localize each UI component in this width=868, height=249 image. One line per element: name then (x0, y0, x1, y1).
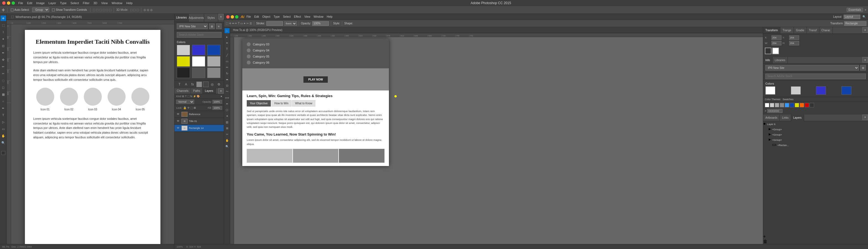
ai-props-tab-gradie[interactable]: Gradie (794, 27, 807, 33)
tl-close[interactable] (2, 1, 5, 5)
ai-props-tab-charac[interactable]: Charac (819, 27, 833, 33)
ai-sw-1[interactable] (770, 103, 774, 107)
lib-tool-type[interactable]: T (177, 82, 182, 87)
ps-traffic-lights[interactable] (2, 1, 15, 5)
lib-color-box-1[interactable] (196, 82, 202, 87)
ai-props-tab-trange[interactable]: Trange (780, 27, 794, 33)
ai-sw-0[interactable] (765, 103, 769, 107)
aall-add-layer[interactable]: + (763, 234, 868, 239)
ai-tool-hand[interactable]: ✋ (225, 138, 229, 143)
menu-help[interactable]: Help (126, 1, 133, 5)
menu-type[interactable]: Type (60, 1, 67, 5)
ps-tool-type[interactable]: T (1, 112, 6, 118)
ai-menu-view[interactable]: View (304, 15, 310, 18)
ai-tool-scale[interactable]: ⊡ (225, 83, 229, 88)
ai-menu-type[interactable]: Type (274, 15, 280, 18)
ai-sw-2[interactable] (775, 103, 779, 107)
ai-menu-select[interactable]: Select (283, 15, 291, 18)
ai-tool-eyedrop[interactable]: ✒ (225, 101, 229, 106)
ai-tl-minimize[interactable] (231, 15, 234, 19)
ps-tool-crop[interactable]: ⊡ (1, 43, 6, 49)
ai-swatch-2[interactable] (816, 86, 826, 95)
ai-traffic-lights[interactable] (226, 15, 239, 19)
ai-info-tab-info[interactable]: Info (763, 57, 773, 63)
ps-tool-eyedropper[interactable]: ✒ (1, 50, 6, 56)
ai-rectangle-input[interactable] (844, 21, 866, 26)
ai-sw-5[interactable] (790, 103, 794, 107)
ai-layout-input[interactable] (844, 15, 860, 19)
ai-tl-close[interactable] (226, 15, 229, 19)
ai-search-icon[interactable]: 🔍 (863, 15, 866, 18)
ai-tool-type[interactable]: T (225, 46, 229, 52)
aall-vis-g2[interactable]: ▸ (769, 132, 771, 136)
ps-canvas[interactable]: Elementum Imperdiet Taciti Nibh Convalli… (11, 24, 174, 244)
ai-preview-tab-objective[interactable]: Your Objective (247, 100, 271, 106)
layer-vis-rect14[interactable]: 👁 (176, 126, 180, 129)
aall-vis-g1[interactable]: ▸ (769, 126, 771, 131)
ai-sw-7[interactable] (800, 103, 804, 107)
ps-tool-zoom[interactable]: 🔍 (1, 140, 6, 146)
menu-select[interactable]: Select (70, 1, 79, 5)
ai-lib-search-input[interactable] (765, 73, 866, 79)
ai-menu-file[interactable]: File (246, 15, 251, 18)
ps-tool-shape[interactable]: ▭ (1, 126, 6, 132)
ps-transform-check[interactable] (52, 8, 55, 11)
lib-name-dropdown[interactable]: IPR New Site (177, 24, 208, 29)
ps-tool-brush[interactable]: ✏ (1, 64, 6, 69)
aall-menu-btn[interactable]: ≡ (863, 115, 868, 120)
layers-opacity-input[interactable] (212, 100, 222, 104)
ai-props-tab-transform[interactable]: Transform (763, 27, 780, 33)
ps-tool-magic-wand[interactable]: ✦ (1, 36, 6, 42)
ps-tool-hand[interactable]: ✋ (1, 133, 6, 138)
ai-info-menu-btn[interactable]: ≡ (863, 57, 868, 63)
lib-search-input[interactable] (177, 32, 222, 38)
ai-tool-pen[interactable]: ✒ (225, 40, 229, 45)
lib-swatch-0[interactable] (177, 45, 190, 55)
menu-file[interactable]: File (18, 1, 23, 5)
layer-item-title01[interactable]: 👁 ▤ Title 01 (175, 118, 224, 125)
ai-menu-edit[interactable]: Edit (254, 15, 259, 18)
ai-fill-box[interactable] (765, 48, 772, 54)
layer-item-rect14[interactable]: 👁 ▭ Rectangle 14 (175, 125, 224, 132)
cpl-tab-channels[interactable]: Channels (175, 88, 191, 94)
ai-stroke-input[interactable] (267, 21, 283, 26)
ps-tool-heal[interactable]: ✜ (1, 57, 6, 63)
layers-fill-input[interactable] (212, 106, 222, 110)
ps-tool-gradient[interactable]: ▦ (1, 92, 6, 97)
ps-auto-select-mode[interactable]: Group (32, 7, 49, 12)
ai-sw-8[interactable] (805, 103, 809, 107)
tl-minimize[interactable] (7, 1, 10, 5)
ai-sw-4[interactable] (785, 103, 789, 107)
menu-image[interactable]: Image (36, 1, 45, 5)
ai-tool-mirror[interactable]: ⬌ (225, 77, 229, 82)
ai-sw-6[interactable] (795, 103, 799, 107)
lib-swatch-8[interactable] (207, 67, 220, 78)
ps-tool-pen[interactable]: ✒ (1, 105, 6, 111)
ai-tl-maximize[interactable] (235, 15, 239, 19)
ai-prop-x-input[interactable] (772, 35, 781, 40)
aall-del-layer[interactable]: 🗑 (763, 239, 868, 244)
ai-tool-line[interactable]: ╱ (225, 53, 229, 58)
cpl-tab-paths[interactable]: Paths (191, 88, 203, 94)
ai-tool-blend[interactable]: ⬠ (225, 107, 229, 112)
menu-edit[interactable]: Edit (27, 1, 32, 5)
lib-tab-styles[interactable]: Styles (204, 14, 218, 22)
ai-lib-name-dropdown[interactable]: IPR New Site (765, 65, 859, 70)
lib-swatch-5[interactable] (207, 56, 220, 67)
ai-basic-select[interactable]: Basic (284, 21, 297, 26)
ai-tool-symbol[interactable]: ✦ (225, 114, 229, 118)
lib-color-box-2[interactable] (203, 82, 209, 87)
ps-tool-select-rect[interactable]: ⬚ (1, 23, 6, 28)
menu-layer[interactable]: Layer (49, 1, 56, 5)
ai-tool-direct[interactable]: ▸ (225, 34, 229, 39)
aall-layer-group-2[interactable]: ▸ <Group> (763, 131, 868, 137)
layer-item-reference[interactable]: 👁 Reference (175, 111, 224, 118)
ps-tool-clone[interactable]: ✂ (1, 71, 6, 76)
ps-tool-history[interactable]: ◌ (1, 78, 6, 83)
aall-tab-layers[interactable]: Layers (791, 115, 804, 121)
ai-tool-select[interactable]: ▷ (225, 28, 229, 33)
ps-tool-dodge[interactable]: ○ (1, 98, 6, 104)
lib-tab-libraries[interactable]: Libraries (175, 14, 189, 22)
lib-tab-adjustments[interactable]: Adjustments (189, 14, 204, 22)
lib-swatch-4[interactable] (192, 56, 205, 67)
